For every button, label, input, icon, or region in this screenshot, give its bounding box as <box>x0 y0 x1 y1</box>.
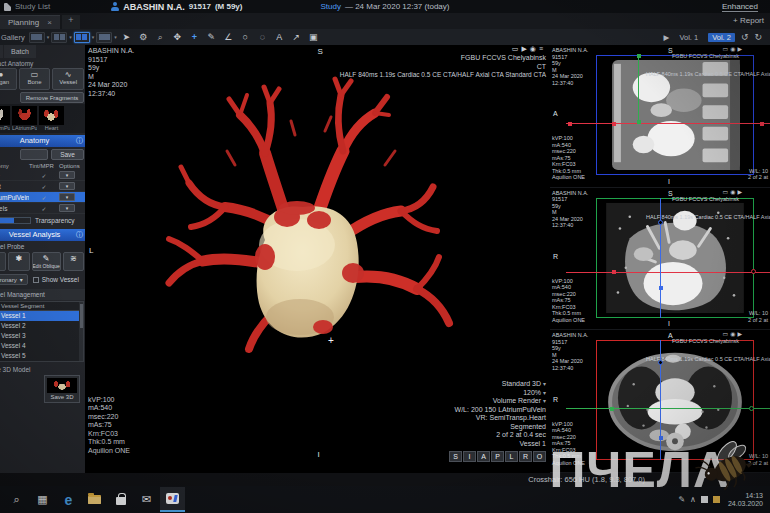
play-icon[interactable]: ▶ <box>737 331 744 337</box>
mail-icon[interactable]: ✉ <box>134 487 159 512</box>
arrow-tool-icon[interactable]: ↗ <box>289 30 304 44</box>
info-icon[interactable]: ⓘ <box>76 229 83 241</box>
tint-check-icon[interactable]: ✓ <box>29 183 59 190</box>
vessel-edit-button[interactable]: ≋ <box>63 252 84 271</box>
layout-4-button[interactable] <box>96 32 112 43</box>
extend-button[interactable]: ✱ <box>8 252 29 271</box>
coronary-dropdown[interactable]: Coronary ▾ <box>0 274 28 285</box>
angle-tool-icon[interactable]: ∠ <box>221 30 236 44</box>
crosshair-handle[interactable] <box>568 122 572 126</box>
crosshair-tool-icon[interactable]: + <box>187 30 202 44</box>
zoom-tool-icon[interactable]: ⌕ <box>153 30 168 44</box>
transparency-slider[interactable] <box>0 217 31 224</box>
undo-icon[interactable]: ↺ <box>741 32 749 42</box>
vessel-row[interactable]: Vessel 5 <box>0 351 83 361</box>
orient-i-button[interactable]: I <box>463 451 476 462</box>
render-mode-dropdown[interactable]: Standard 3D <box>502 380 541 387</box>
layout-1-button[interactable] <box>29 32 45 43</box>
crosshair-hline-red[interactable] <box>566 272 770 273</box>
anatomy-row[interactable]: Vessels ✓ ▾ <box>0 203 85 214</box>
anatomy-row[interactable]: Heart ✓ ▾ <box>0 181 85 192</box>
crosshair-handle[interactable] <box>612 122 616 126</box>
probe-button[interactable]: ◎ <box>0 252 6 271</box>
image-icon[interactable]: ▭ <box>722 46 730 52</box>
crosshair-handle[interactable] <box>659 436 663 440</box>
crosshair-cursor-icon[interactable]: + <box>328 335 334 346</box>
play-icon[interactable]: ▶ <box>737 46 744 52</box>
vessel-row[interactable]: Vessel 3 <box>0 331 83 341</box>
options-dropdown[interactable]: ▾ <box>59 182 75 190</box>
vol-1-button[interactable]: Vol. 1 <box>675 33 702 42</box>
zoom-level-dropdown[interactable]: 120% <box>523 389 541 396</box>
anatomy-row-selected[interactable]: LAtriumPulVein ✓ ▾ <box>0 192 85 203</box>
caret-down-icon[interactable]: ▾ <box>114 34 117 40</box>
search-icon[interactable]: ⌕ <box>4 487 29 512</box>
close-icon[interactable]: × <box>47 18 52 27</box>
orient-s-button[interactable]: S <box>449 451 462 462</box>
crosshair-handle[interactable] <box>612 270 616 274</box>
orient-p-button[interactable]: P <box>491 451 504 462</box>
tint-check-icon[interactable]: ✓ <box>29 194 59 201</box>
enhanced-link[interactable]: Enhanced <box>722 2 758 12</box>
add-report-button[interactable]: + Report <box>733 16 764 25</box>
tint-check-icon[interactable]: ✓ <box>29 172 59 179</box>
crosshair-handle[interactable] <box>751 269 756 274</box>
crosshair-handle[interactable] <box>760 122 764 126</box>
text-tool-icon[interactable]: A <box>272 30 287 44</box>
preset-thumbnail[interactable]: Heart <box>39 106 64 132</box>
layout-2-button[interactable] <box>51 32 67 43</box>
save-button[interactable]: Save <box>51 149 84 160</box>
add-tab-button[interactable]: + <box>62 15 80 29</box>
image-icon[interactable]: ▭ <box>512 45 522 52</box>
show-vessel-option[interactable]: Show Vessel <box>33 276 79 283</box>
options-dropdown[interactable]: ▾ <box>59 193 75 201</box>
ellipse-tool-icon[interactable]: ○ <box>238 30 253 44</box>
show-vessel-checkbox[interactable] <box>33 277 39 283</box>
orient-l-button[interactable]: L <box>505 451 518 462</box>
study-link[interactable]: Study <box>320 2 340 11</box>
save-3d-button[interactable]: Save 3D <box>44 375 80 403</box>
crosshair-vline-green[interactable] <box>638 55 639 123</box>
image-icon[interactable]: ▭ <box>722 331 730 337</box>
crosshair-handle[interactable] <box>659 286 663 290</box>
info-icon[interactable]: ⓘ <box>76 135 83 147</box>
vessel-row[interactable]: Vessel 2 <box>0 321 83 331</box>
tab-planning[interactable]: Planning × <box>0 15 60 29</box>
edge-browser-icon[interactable]: e <box>56 487 81 512</box>
organ-button[interactable]: ● Organ <box>0 68 17 90</box>
preset-thumbnail[interactable]: LAtriumPulV <box>12 106 37 132</box>
vessel-row-selected[interactable]: Vessel 1 <box>0 311 83 321</box>
bone-button[interactable]: ▭ Bone <box>19 68 51 90</box>
crop-tool-icon[interactable]: ▣ <box>306 30 321 44</box>
play-icon[interactable]: ▶ <box>737 189 744 195</box>
edit-oblique-button[interactable]: ✎ Edit Oblique <box>32 252 61 271</box>
tint-check-icon[interactable]: ✓ <box>29 205 59 212</box>
camera-icon[interactable]: ◉ <box>530 45 539 52</box>
orient-o-button[interactable]: O <box>533 451 546 462</box>
options-dropdown[interactable]: ▾ <box>59 171 75 179</box>
active-app-icon[interactable] <box>160 487 185 512</box>
vol-2-button-active[interactable]: Vol. 2 <box>708 33 735 42</box>
freehand-tool-icon[interactable]: ◌ <box>255 30 270 44</box>
image-icon[interactable]: ▭ <box>722 189 730 195</box>
crosshair-handle[interactable] <box>658 220 663 225</box>
viewport-coronal[interactable]: ABASHIN N.A.91517 59yM 24 Mar 202012:37:… <box>550 188 770 331</box>
menu-icon[interactable]: ≡ <box>539 45 546 52</box>
vessel-button[interactable]: ∿ Vessel <box>52 68 84 90</box>
anatomy-row[interactable]: Base ✓ ▾ <box>0 170 85 181</box>
crosshair-hline-green[interactable] <box>566 408 770 409</box>
play-icon[interactable]: ▶ <box>664 33 670 42</box>
orient-r-button[interactable]: R <box>519 451 532 462</box>
crosshair-handle[interactable] <box>637 120 641 124</box>
file-explorer-icon[interactable] <box>82 487 107 512</box>
sidebar-icon-tab[interactable] <box>0 45 3 58</box>
preset-thumbnail[interactable]: LAtriumPulV <box>0 106 10 132</box>
pointer-tool-icon[interactable]: ➤ <box>119 30 134 44</box>
store-icon[interactable] <box>108 487 133 512</box>
task-view-icon[interactable]: ▦ <box>30 487 55 512</box>
play-icon[interactable]: ▶ <box>521 45 529 52</box>
redo-icon[interactable]: ↻ <box>754 32 762 42</box>
remove-fragments-button[interactable]: Remove Fragments <box>20 92 84 103</box>
crosshair-handle[interactable] <box>637 54 641 58</box>
orient-a-button[interactable]: A <box>477 451 490 462</box>
